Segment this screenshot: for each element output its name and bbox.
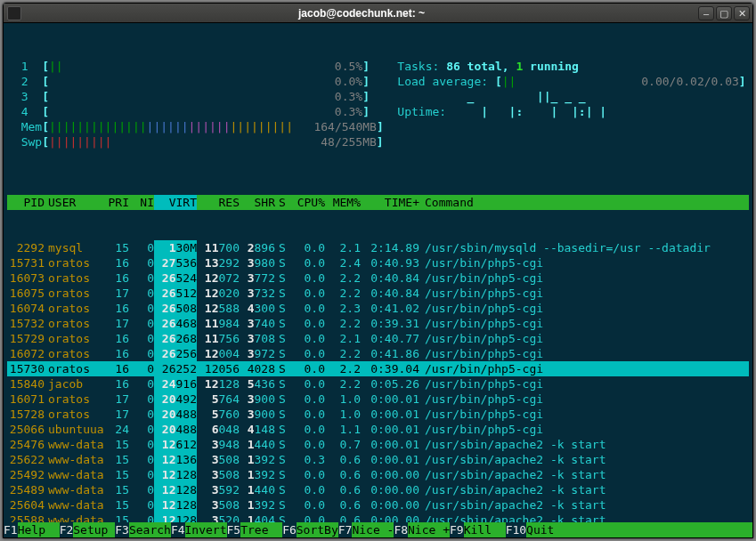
htop-header: 1 [|| 0.5%] Tasks: 86 total, 1 running 2… [7, 59, 749, 165]
close-button[interactable]: ✕ [734, 6, 750, 20]
fkey-F6[interactable]: F6 [282, 522, 297, 537]
process-list[interactable]: 2292mysql150130M117002896S0.02.12:14.89/… [7, 240, 749, 537]
fkey-label-F9[interactable]: Kill [464, 522, 506, 537]
terminal-window: jacob@codechunk.net: ~ – ▢ ✕ 1 [|| 0.5%]… [3, 3, 753, 538]
fkey-label-F1[interactable]: Help [18, 522, 60, 537]
terminal-area[interactable]: 1 [|| 0.5%] Tasks: 86 total, 1 running 2… [4, 23, 752, 537]
column-header[interactable]: PIDUSERPRINIVIRTRESSHRSCPU%MEM%TIME+Comm… [7, 195, 749, 210]
table-row[interactable]: 15840jacob16024916121285436S0.02.20:05.2… [7, 376, 749, 392]
fkey-F3[interactable]: F3 [115, 522, 129, 537]
window-title: jacob@codechunk.net: ~ [25, 7, 698, 20]
col-pid[interactable]: PID [7, 195, 45, 210]
col-ni[interactable]: NI [129, 195, 154, 210]
fkey-label-F10[interactable]: Quit [526, 522, 568, 537]
col-command[interactable]: Command [419, 195, 474, 210]
fkey-label-F8[interactable]: Nice + [408, 522, 450, 537]
table-row[interactable]: 16073oratos16026524120723772S0.02.20:40.… [7, 270, 749, 286]
fkey-label-F6[interactable]: SortBy [297, 522, 338, 537]
function-key-bar[interactable]: F1Help F2Setup F3SearchF4InvertF5Tree F6… [4, 522, 752, 537]
fkey-label-F5[interactable]: Tree [240, 522, 282, 537]
titlebar[interactable]: jacob@codechunk.net: ~ – ▢ ✕ [4, 4, 752, 23]
table-row[interactable]: 25476www-data1501261239481440S0.00.70:00… [7, 437, 749, 452]
fkey-label-F2[interactable]: Setup [73, 522, 115, 537]
fkey-label-F3[interactable]: Search [129, 522, 171, 537]
fkey-label-F7[interactable]: Nice - [352, 522, 394, 537]
table-row[interactable]: 25489www-data1501212835921440S0.00.60:00… [7, 482, 749, 497]
fkey-label-F4[interactable]: Invert [185, 522, 227, 537]
col-shr[interactable]: SHR [240, 195, 275, 210]
fkey-F7[interactable]: F7 [338, 522, 353, 537]
fkey-F4[interactable]: F4 [171, 522, 185, 537]
table-row[interactable]: 15732oratos17026468119843740S0.02.20:39.… [7, 316, 749, 331]
table-row[interactable]: 16075oratos17026512120203732S0.02.20:40.… [7, 286, 749, 301]
table-row[interactable]: 25604www-data1501212835081392S0.00.60:00… [7, 497, 749, 513]
fkey-F2[interactable]: F2 [60, 522, 74, 537]
table-row[interactable]: 15729oratos16026268117563708S0.02.10:40.… [7, 331, 749, 346]
col-cpu%[interactable]: CPU% [289, 195, 325, 210]
table-row[interactable]: 15731oratos16027536132923980S0.02.40:40.… [7, 255, 749, 270]
minimize-button[interactable]: – [698, 6, 714, 20]
fkey-F8[interactable]: F8 [394, 522, 408, 537]
table-row[interactable]: 16072oratos16026256120043972S0.02.20:41.… [7, 346, 749, 361]
table-row[interactable]: 15730oratos16026252120564028S0.02.20:39.… [7, 361, 749, 376]
col-virt[interactable]: VIRT [154, 195, 197, 210]
col-mem%[interactable]: MEM% [325, 195, 361, 210]
col-user[interactable]: USER [45, 195, 101, 210]
maximize-button[interactable]: ▢ [716, 6, 732, 20]
app-icon [7, 6, 21, 20]
fkey-F1[interactable]: F1 [4, 522, 18, 537]
table-row[interactable]: 2292mysql150130M117002896S0.02.12:14.89/… [7, 240, 749, 255]
col-res[interactable]: RES [197, 195, 240, 210]
fkey-F9[interactable]: F9 [450, 522, 464, 537]
table-row[interactable]: 25066ubuntuua2402048860484148S0.01.10:00… [7, 422, 749, 437]
fkey-F5[interactable]: F5 [227, 522, 241, 537]
table-row[interactable]: 16071oratos1702049257643900S0.01.00:00.0… [7, 392, 749, 407]
table-row[interactable]: 25492www-data1501212835081392S0.00.60:00… [7, 467, 749, 482]
fkey-F10[interactable]: F10 [506, 522, 526, 537]
col-s[interactable]: S [275, 195, 289, 210]
col-pri[interactable]: PRI [101, 195, 129, 210]
table-row[interactable]: 25622www-data1501213635081392S0.30.60:00… [7, 452, 749, 467]
table-row[interactable]: 16074oratos16026508125884300S0.02.30:41.… [7, 301, 749, 316]
col-time+[interactable]: TIME+ [361, 195, 419, 210]
table-row[interactable]: 15728oratos1702048857603900S0.01.00:00.0… [7, 407, 749, 422]
